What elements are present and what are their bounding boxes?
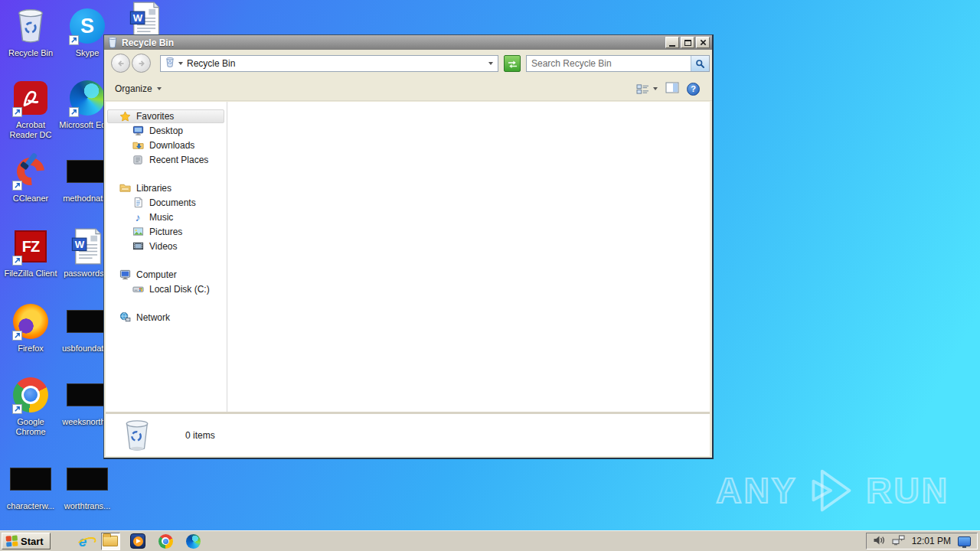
desktop-icon-ccleaner[interactable]: CCleaner (1, 152, 60, 204)
sidebar-item-label: Libraries (136, 183, 172, 194)
item-count: 0 items (185, 430, 215, 441)
shortcut-arrow-icon (12, 181, 22, 191)
taskbar-chrome-button[interactable] (156, 533, 175, 550)
desktop-icon-chrome[interactable]: Google Chrome (1, 375, 60, 437)
shortcut-arrow-icon (12, 404, 22, 414)
folder-icon (103, 536, 118, 546)
sidebar-item-desktop[interactable]: Desktop (106, 123, 227, 138)
disk-drive-icon (132, 283, 144, 295)
sidebar-item-label: Pictures (149, 227, 182, 237)
preview-pane-button[interactable] (665, 82, 679, 96)
search-input[interactable] (527, 56, 691, 71)
search-box (526, 55, 710, 72)
desktop-icon-acrobat[interactable]: Acrobat Reader DC (1, 78, 60, 140)
sidebar-item-favorites[interactable]: Favorites (107, 109, 224, 123)
desktop-icon-recycle-bin[interactable]: Recycle Bin (1, 6, 60, 58)
preview-pane-icon (665, 82, 679, 93)
address-dropdown-icon[interactable] (488, 62, 493, 65)
recycle-bin-icon (107, 37, 118, 48)
sidebar-item-pictures[interactable]: Pictures (106, 224, 227, 239)
recycle-bin-icon (1, 6, 60, 46)
recent-places-icon (132, 154, 144, 166)
shortcut-arrow-icon (12, 256, 22, 266)
desktop-icon-label: Firefox (18, 344, 44, 354)
close-button[interactable] (696, 37, 710, 48)
sidebar-item-downloads[interactable]: Downloads (106, 138, 227, 152)
back-button[interactable] (111, 54, 130, 73)
views-icon (636, 83, 649, 95)
chevron-down-icon[interactable] (178, 62, 183, 65)
sidebar-item-local-disk-c[interactable]: Local Disk (C:) (106, 282, 227, 296)
desktop-icon-label: FileZilla Client (4, 269, 57, 279)
black-file-icon (67, 160, 108, 183)
network-globe-icon (119, 311, 131, 324)
desktop-icon-worthtrans[interactable]: worthtrans... (57, 459, 117, 511)
desktop-icon-filezilla[interactable]: FZ FileZilla Client (1, 227, 60, 279)
watermark-run-text: RUN (866, 470, 949, 511)
svg-text:W: W (133, 12, 143, 24)
downloads-folder-icon (132, 139, 144, 152)
search-icon[interactable] (691, 56, 709, 71)
sidebar-item-label: Computer (136, 269, 177, 280)
taskbar-edge-button[interactable] (184, 533, 203, 550)
anyrun-watermark: ANY RUN (716, 465, 949, 516)
refresh-button[interactable] (504, 55, 521, 72)
chevron-down-icon (157, 87, 162, 90)
chevron-down-icon (653, 87, 658, 90)
maximize-button[interactable] (681, 37, 694, 48)
sidebar-item-videos[interactable]: Videos (106, 239, 227, 253)
sidebar-item-label: Videos (149, 241, 177, 252)
sidebar-item-computer[interactable]: Computer (106, 267, 227, 282)
internet-explorer-icon: e (79, 534, 87, 549)
sidebar-item-music[interactable]: ♪ Music (106, 210, 227, 224)
sidebar-item-network[interactable]: Network (106, 310, 227, 324)
sidebar-item-libraries[interactable]: Libraries (106, 181, 227, 195)
taskbar-explorer-button[interactable] (101, 533, 120, 550)
black-file-icon (10, 468, 51, 491)
taskbar-media-player-button[interactable] (129, 533, 148, 550)
desktop-icon-label: Recycle Bin (8, 48, 53, 58)
desktop-icon-label: Google Chrome (8, 417, 53, 437)
sidebar-item-label: Recent Places (149, 155, 208, 165)
show-desktop-icon[interactable] (958, 536, 971, 546)
network-tray-icon[interactable] (892, 534, 905, 548)
windows-logo-icon (6, 535, 18, 546)
taskbar-clock[interactable]: 12:01 PM (912, 536, 951, 546)
desktop-icon-label: characterw... (7, 501, 54, 511)
command-toolbar: Organize ? (104, 77, 712, 101)
sidebar-item-documents[interactable]: Documents (106, 195, 227, 210)
sidebar-item-label: Network (136, 312, 170, 323)
organize-menu-button[interactable]: Organize (115, 83, 162, 94)
watermark-any-text: ANY (716, 470, 797, 511)
window-title: Recycle Bin (122, 37, 174, 48)
shortcut-arrow-icon (12, 331, 22, 341)
media-player-icon (130, 533, 145, 549)
forward-button[interactable] (132, 54, 151, 73)
address-bar[interactable]: Recycle Bin (160, 55, 498, 72)
address-text: Recycle Bin (187, 58, 235, 69)
change-view-button[interactable] (636, 83, 658, 95)
sidebar-item-label: Documents (149, 197, 196, 208)
recycle-bin-icon (122, 419, 152, 452)
status-bar: 0 items (106, 412, 710, 456)
desktop-icon-characterw[interactable]: characterw... (1, 459, 60, 511)
minimize-button[interactable] (665, 37, 679, 48)
help-button[interactable]: ? (687, 83, 700, 96)
chrome-icon (158, 534, 173, 549)
file-list-area[interactable] (227, 102, 710, 412)
start-button[interactable]: Start (2, 533, 51, 549)
desktop-icon-label: worthtrans... (64, 501, 111, 511)
desktop-icon-firefox[interactable]: Firefox (1, 302, 60, 354)
shortcut-arrow-icon (12, 107, 22, 117)
sidebar-item-recent-places[interactable]: Recent Places (106, 152, 227, 167)
recycle-bin-icon (165, 57, 175, 70)
svg-text:W: W (75, 239, 85, 250)
system-tray: 12:01 PM (866, 533, 978, 549)
pictures-icon (132, 226, 144, 238)
window-titlebar[interactable]: Recycle Bin (104, 35, 712, 50)
sidebar-item-label: Downloads (149, 140, 194, 151)
taskbar-internet-explorer-button[interactable]: e (74, 533, 93, 550)
volume-icon[interactable] (873, 535, 885, 548)
documents-icon (132, 197, 144, 209)
sidebar-item-label: Music (149, 212, 173, 223)
